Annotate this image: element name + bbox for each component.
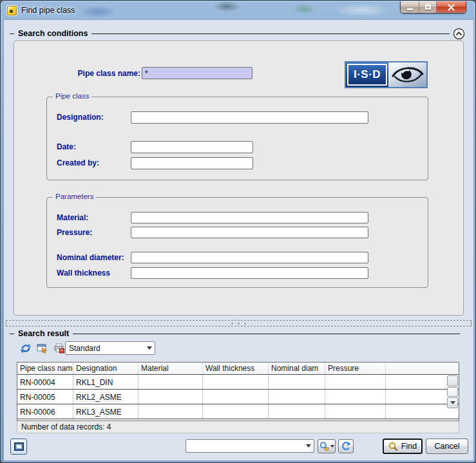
splitter-handle[interactable] [6,320,471,326]
wall-thickness-label: Wall thickness [57,269,131,278]
material-label: Material: [57,213,131,222]
dialog-find-pipe-class: Find pipe class Search conditions [0,0,476,463]
scrollbar-thumb[interactable] [447,387,458,397]
print-results-button[interactable] [52,341,66,355]
search-conditions-panel: Pipe class name: I·S·D Pipe class [14,41,464,316]
vertical-scrollbar[interactable] [447,375,458,408]
search-conditions-title: Search conditions [18,29,88,38]
partial-table-row [17,419,459,421]
record-count-status: Number of data records: 4 [21,422,111,431]
dialog-client-area: Search conditions Pipe class name: I·S·D [3,19,474,461]
cell-nominal-diameter[interactable] [269,404,325,419]
nominal-diameter-input[interactable] [131,252,368,263]
results-table[interactable]: Pipe class name Designation Material Wal… [17,362,459,421]
view-select-value: Standard [69,344,144,353]
column-header[interactable]: Pressure [325,363,386,374]
designation-label: Designation: [57,113,131,122]
caption-buttons [400,1,466,14]
table-row[interactable]: RN-00005 RKL2_ASME [17,390,459,404]
nominal-diameter-label: Nominal diameter: [57,253,131,262]
pipe-class-group-legend: Pipe class [53,92,91,100]
dropdown-arrow-icon [330,445,334,448]
dropdown-arrow-icon [303,440,314,452]
table-row[interactable]: RN-00004 RKL1_DIN [17,375,459,390]
cell-nominal-diameter[interactable] [269,390,325,404]
find-button[interactable]: Find [383,439,423,454]
scroll-down-button[interactable] [447,397,458,408]
parameters-group: Parameters Material: Pressure: Nominal d… [46,197,428,288]
header-rule [91,33,450,34]
column-header[interactable]: Material [138,363,203,374]
wall-thickness-input[interactable] [131,267,368,279]
scroll-down-icon [450,401,455,404]
column-header[interactable]: Designation [73,363,138,374]
cell-designation[interactable]: RKL2_ASME [73,390,138,404]
close-button[interactable] [437,1,466,13]
isd-logo: I·S·D [345,61,428,88]
parameters-group-legend: Parameters [53,193,96,200]
refresh-results-button[interactable] [19,341,33,355]
layout-icon [14,442,24,451]
search-result-title: Search result [18,329,69,338]
maximize-icon [425,5,431,10]
header-rule [10,334,14,334]
material-input[interactable] [131,212,368,223]
column-header[interactable]: Pipe class name [17,363,73,374]
minimize-icon [407,8,413,10]
magnifier-icon [388,442,398,451]
cell-pressure[interactable] [325,404,386,419]
cell-wall-thickness[interactable] [203,404,269,419]
window-title: Find pipe class [21,1,75,19]
date-input[interactable] [131,141,253,153]
cell-material[interactable] [138,404,203,419]
column-header[interactable]: Wall thickness [203,363,269,374]
cell-wall-thickness[interactable] [203,390,269,404]
column-header[interactable] [386,363,459,374]
table-row[interactable]: RN-00006 RKL3_ASME [17,404,459,419]
cell-material[interactable] [138,390,203,404]
cell-pipe-class-name[interactable]: RN-00006 [17,404,73,419]
header-rule [73,334,460,334]
search-result-area: Pipe class name Designation Material Wal… [17,362,459,433]
refresh-search-button[interactable] [338,439,354,453]
cell-designation[interactable]: RKL3_ASME [73,404,138,419]
cell-pipe-class-name[interactable]: RN-00005 [17,390,73,404]
minimize-button[interactable] [401,1,419,13]
export-table-button[interactable] [35,341,50,355]
pressure-input[interactable] [131,227,368,238]
pipe-class-name-label: Pipe class name: [58,69,140,78]
cell-pressure[interactable] [325,375,386,389]
print-icon [53,343,65,354]
cell-wall-thickness[interactable] [203,375,269,389]
created-by-input[interactable] [131,157,253,169]
isd-logo-wordmark: I·S·D [346,62,388,87]
close-icon [448,4,455,11]
collapse-section-button[interactable] [453,28,465,40]
view-select[interactable]: Standard [65,341,155,355]
cell-designation[interactable]: RKL1_DIN [73,375,138,389]
cancel-button[interactable]: Cancel [426,439,468,454]
pipe-class-group: Pipe class Designation: Date: Created by… [46,97,428,180]
scroll-up-button[interactable] [447,375,458,386]
cell-pipe-class-name[interactable]: RN-00004 [17,375,73,389]
search-conditions-header: Search conditions [10,28,465,39]
search-save-icon [319,441,330,452]
save-search-button[interactable] [318,439,336,453]
refresh-sync-icon [19,342,32,355]
cell-pressure[interactable] [325,390,386,404]
saved-search-select[interactable] [186,439,314,453]
designation-input[interactable] [131,111,368,124]
titlebar[interactable]: Find pipe class [1,1,475,19]
table-header-row: Pipe class name Designation Material Wal… [17,363,459,375]
pipe-class-name-input[interactable] [142,67,252,79]
window-layout-button[interactable] [10,439,27,455]
cell-nominal-diameter[interactable] [269,375,325,389]
dropdown-arrow-icon [144,342,155,354]
maximize-button[interactable] [419,1,437,13]
cancel-button-label: Cancel [435,442,460,451]
created-by-label: Created by: [57,158,131,167]
pressure-label: Pressure: [57,228,131,237]
cell-material[interactable] [138,375,203,389]
column-header[interactable]: Nominal diam [269,363,325,374]
refresh-icon [341,441,351,451]
